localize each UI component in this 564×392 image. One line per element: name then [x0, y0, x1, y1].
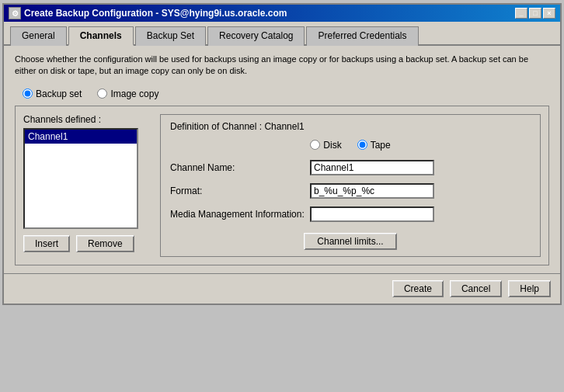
- media-mgmt-label: Media Management Information:: [170, 209, 310, 220]
- channel-limits-button[interactable]: Channel limits...: [304, 233, 397, 250]
- backup-set-label: Backup set: [36, 88, 82, 99]
- right-panel: Definition of Channel : Channel1 Disk Ta…: [160, 114, 541, 257]
- channel-list[interactable]: Channel1: [23, 128, 138, 229]
- backup-set-radio-label[interactable]: Backup set: [23, 88, 82, 99]
- insert-button[interactable]: Insert: [23, 235, 70, 252]
- channel-name-row: Channel Name:: [170, 160, 531, 175]
- disk-label: Disk: [323, 140, 341, 151]
- image-copy-label: Image copy: [110, 88, 158, 99]
- cancel-button[interactable]: Cancel: [450, 280, 502, 297]
- main-panel: Channels defined : Channel1 Insert Remov…: [15, 106, 549, 265]
- format-row: Format:: [170, 183, 531, 199]
- disk-radio[interactable]: [310, 140, 320, 150]
- backup-type-row: Backup set Image copy: [23, 88, 549, 99]
- close-button[interactable]: ×: [543, 8, 555, 19]
- disk-tape-row: Disk Tape: [170, 140, 531, 151]
- definition-title: Definition of Channel : Channel1: [170, 121, 531, 132]
- window-icon: ⚙: [9, 7, 21, 19]
- channels-defined-label: Channels defined :: [23, 114, 148, 125]
- tape-radio-label[interactable]: Tape: [357, 140, 391, 151]
- tape-radio[interactable]: [357, 140, 367, 150]
- format-label: Format:: [170, 186, 310, 196]
- tabs-row: General Channels Backup Set Recovery Cat…: [4, 22, 560, 46]
- tab-recovery-catalog[interactable]: Recovery Catalog: [207, 26, 305, 46]
- title-bar-buttons: _ □ ×: [515, 8, 555, 19]
- format-input[interactable]: [310, 183, 434, 199]
- media-mgmt-row: Media Management Information:: [170, 206, 531, 222]
- maximize-button[interactable]: □: [529, 8, 541, 19]
- bottom-bar: Create Cancel Help: [4, 273, 560, 304]
- channel-button-row: Insert Remove: [23, 235, 148, 252]
- main-window: ⚙ Create Backup Configuration - SYS@hyin…: [2, 3, 562, 305]
- backup-set-radio[interactable]: [23, 88, 33, 99]
- create-button[interactable]: Create: [392, 280, 444, 297]
- tab-channels[interactable]: Channels: [68, 26, 134, 46]
- remove-button[interactable]: Remove: [76, 235, 134, 252]
- channel-name-input[interactable]: [310, 160, 434, 175]
- title-bar: ⚙ Create Backup Configuration - SYS@hyin…: [4, 5, 560, 22]
- channel-name-label: Channel Name:: [170, 162, 310, 173]
- tab-general[interactable]: General: [10, 26, 67, 46]
- tape-label: Tape: [371, 140, 391, 151]
- content-area: Choose whether the configuration will be…: [4, 46, 560, 273]
- channel-list-item[interactable]: Channel1: [25, 130, 137, 144]
- tab-backup-set[interactable]: Backup Set: [135, 26, 206, 46]
- minimize-button[interactable]: _: [515, 8, 527, 19]
- image-copy-radio-label[interactable]: Image copy: [97, 88, 158, 99]
- tab-preferred-credentials[interactable]: Preferred Credentials: [306, 26, 418, 46]
- left-panel: Channels defined : Channel1 Insert Remov…: [23, 114, 148, 257]
- window-title: Create Backup Configuration - SYS@hying9…: [24, 8, 287, 19]
- disk-radio-label[interactable]: Disk: [310, 140, 341, 151]
- image-copy-radio[interactable]: [97, 88, 107, 99]
- help-button[interactable]: Help: [508, 280, 551, 297]
- media-mgmt-input[interactable]: [310, 206, 434, 222]
- description-text: Choose whether the configuration will be…: [15, 54, 549, 78]
- channel-limits-row: Channel limits...: [170, 233, 531, 250]
